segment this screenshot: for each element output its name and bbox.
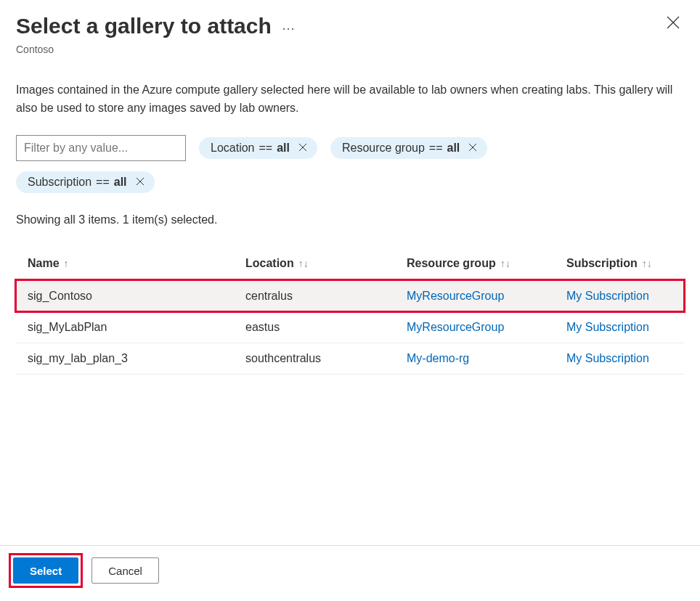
close-icon[interactable] [662, 13, 684, 35]
cell-location: centralus [234, 280, 395, 311]
pill-remove-icon[interactable] [298, 142, 307, 153]
cell-resource-group-link[interactable]: MyResourceGroup [407, 321, 504, 333]
col-header-name[interactable]: Name↑ [16, 248, 234, 281]
col-header-resource-group[interactable]: Resource group↑↓ [395, 248, 555, 281]
pill-operator: == [94, 176, 111, 189]
pill-value: all [447, 142, 460, 155]
filter-pill-resource-group[interactable]: Resource group == all [330, 137, 487, 159]
sort-icon: ↑↓ [298, 258, 309, 269]
pill-remove-icon[interactable] [136, 176, 145, 187]
footer-bar: Select Cancel [0, 545, 700, 601]
filter-pill-location[interactable]: Location == all [199, 137, 317, 159]
pill-operator: == [258, 142, 274, 155]
results-status: Showing all 3 items. 1 item(s) selected. [16, 213, 684, 226]
cell-subscription-link[interactable]: My Subscription [566, 290, 649, 302]
sort-icon: ↑↓ [642, 258, 652, 269]
pill-remove-icon[interactable] [468, 142, 477, 153]
filter-input[interactable] [16, 135, 186, 161]
more-actions-button[interactable]: ⋯ [282, 16, 296, 36]
gallery-table: Name↑ Location↑↓ Resource group↑↓ Subscr… [16, 248, 684, 375]
pill-value: all [277, 142, 290, 155]
table-row[interactable]: sig_Contoso centralus MyResourceGroup My… [16, 280, 684, 311]
cell-location: eastus [234, 311, 395, 343]
page-description: Images contained in the Azure compute ga… [16, 81, 684, 118]
pill-label: Subscription [28, 176, 91, 189]
cell-name: sig_Contoso [16, 280, 234, 311]
cell-subscription-link[interactable]: My Subscription [566, 352, 649, 364]
cell-name: sig_my_lab_plan_3 [16, 343, 234, 374]
pill-value: all [114, 176, 127, 189]
pill-label: Location [211, 142, 255, 155]
table-row[interactable]: sig_my_lab_plan_3 southcentralus My-demo… [16, 343, 684, 374]
col-header-location[interactable]: Location↑↓ [234, 248, 395, 281]
cell-location: southcentralus [234, 343, 395, 374]
table-row[interactable]: sig_MyLabPlan eastus MyResourceGroup My … [16, 311, 684, 343]
cell-resource-group-link[interactable]: MyResourceGroup [407, 290, 504, 302]
cell-name: sig_MyLabPlan [16, 311, 234, 343]
cancel-button[interactable]: Cancel [91, 557, 159, 584]
page-title: Select a gallery to attach [16, 13, 272, 39]
page-subtitle: Contoso [16, 44, 684, 55]
cell-resource-group-link[interactable]: My-demo-rg [407, 352, 469, 364]
pill-label: Resource group [342, 142, 425, 155]
sort-asc-icon: ↑ [64, 258, 69, 269]
pill-operator: == [428, 142, 444, 155]
select-button[interactable]: Select [13, 557, 78, 584]
cell-subscription-link[interactable]: My Subscription [566, 321, 649, 333]
filter-pill-subscription[interactable]: Subscription == all [16, 171, 155, 193]
col-header-subscription[interactable]: Subscription↑↓ [555, 248, 684, 281]
sort-icon: ↑↓ [500, 258, 510, 269]
